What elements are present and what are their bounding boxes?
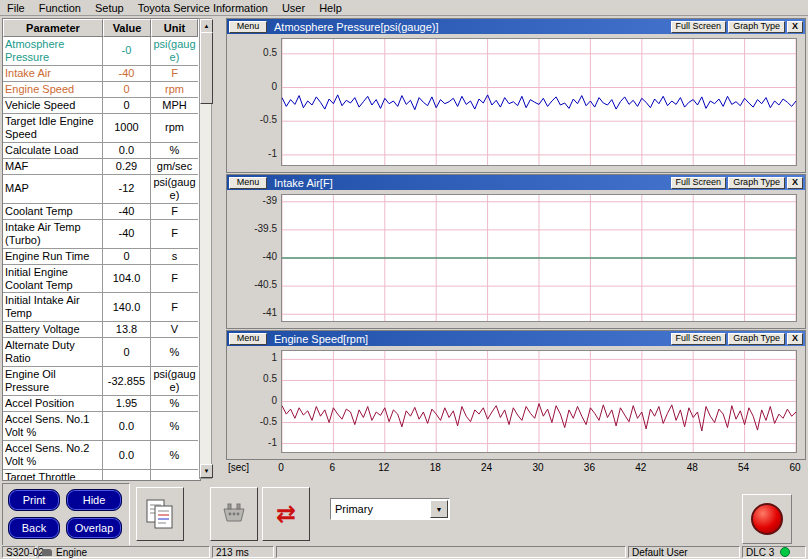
table-row[interactable]: Accel Position1.95%: [3, 396, 200, 412]
scrollbar-thumb[interactable]: [200, 32, 213, 104]
param-cell: Target Throttle Position: [3, 470, 103, 481]
unit-cell: F: [151, 293, 198, 322]
full-screen-button[interactable]: Full Screen: [671, 333, 727, 345]
y-tick-label: -1: [229, 437, 277, 448]
table-body: Atmosphere Pressure-0psi(gauge)Intake Ai…: [3, 37, 200, 481]
chart-title: Engine Speed[rpm]: [274, 333, 670, 345]
swap-view-button[interactable]: ⇄: [262, 487, 310, 541]
scroll-up-button[interactable]: ▲: [200, 19, 213, 33]
table-row[interactable]: Target Throttle Position120%: [3, 470, 200, 481]
param-cell: Battery Voltage: [3, 322, 103, 338]
value-cell: -40: [103, 220, 151, 249]
chart-close-button[interactable]: X: [787, 21, 803, 33]
vehicle-icon: [42, 549, 52, 556]
table-row[interactable]: Coolant Temp-40F: [3, 204, 200, 220]
menu-item-user[interactable]: User: [275, 2, 312, 14]
table-row[interactable]: Initial Engine Coolant Temp104.0F: [3, 265, 200, 294]
dlc-status-icon: [780, 547, 790, 557]
overlap-button[interactable]: Overlap: [66, 517, 122, 539]
y-tick-label: 0.5: [229, 373, 277, 384]
chart-menu-button[interactable]: Menu: [229, 333, 267, 345]
value-cell: 0.0: [103, 412, 151, 441]
scroll-down-button[interactable]: ▼: [200, 464, 213, 478]
table-row[interactable]: Accel Sens. No.2 Volt %0.0%: [3, 441, 200, 470]
table-row[interactable]: Initial Intake Air Temp140.0F: [3, 293, 200, 322]
param-cell: Engine Run Time: [3, 249, 103, 265]
chart-title: Atmosphere Pressure[psi(gauge)]: [274, 21, 670, 33]
parameter-table: Parameter Value Unit Atmosphere Pressure…: [2, 18, 201, 481]
dropdown-arrow-button[interactable]: ▼: [430, 500, 448, 518]
table-header: Parameter Value Unit: [3, 19, 200, 37]
menu-item-help[interactable]: Help: [312, 2, 349, 14]
table-row[interactable]: Intake Air-40F: [3, 66, 200, 82]
primary-dropdown[interactable]: Primary ▼: [330, 498, 450, 520]
table-row[interactable]: Accel Sens. No.1 Volt %0.0%: [3, 412, 200, 441]
x-tick-label: 60: [785, 462, 805, 473]
unit-cell: %: [151, 470, 198, 481]
full-screen-button[interactable]: Full Screen: [671, 21, 727, 33]
table-row[interactable]: Intake Air Temp (Turbo)-40F: [3, 220, 200, 249]
table-row[interactable]: Calculate Load0.0%: [3, 143, 200, 159]
report-list-button[interactable]: [136, 487, 184, 541]
chart-menu-button[interactable]: Menu: [229, 21, 267, 33]
unit-cell: rpm: [151, 82, 198, 98]
table-row[interactable]: MAF0.29gm/sec: [3, 159, 200, 175]
x-tick-label: 48: [682, 462, 702, 473]
value-cell: -12: [103, 175, 151, 204]
back-button[interactable]: Back: [8, 517, 60, 539]
chart-panel-engine-speed: Menu Engine Speed[rpm] Full Screen Graph…: [226, 330, 806, 460]
record-button[interactable]: [751, 503, 783, 535]
unit-cell: MPH: [151, 98, 198, 114]
table-row[interactable]: Battery Voltage13.8V: [3, 322, 200, 338]
table-row[interactable]: Engine Run Time0s: [3, 249, 200, 265]
chart-menu-button[interactable]: Menu: [229, 177, 267, 189]
unit-cell: F: [151, 220, 198, 249]
table-row[interactable]: Engine Speed0rpm: [3, 82, 200, 98]
unit-cell: psi(gauge): [151, 175, 198, 204]
x-tick-label: 42: [631, 462, 651, 473]
menu-item-function[interactable]: Function: [32, 2, 88, 14]
up-arrow-icon: ▲: [204, 23, 210, 29]
dropdown-value: Primary: [331, 503, 430, 515]
param-cell: MAP: [3, 175, 103, 204]
param-cell: Intake Air Temp (Turbo): [3, 220, 103, 249]
graph-type-button[interactable]: Graph Type: [728, 177, 785, 189]
table-row[interactable]: Vehicle Speed0MPH: [3, 98, 200, 114]
connector-button[interactable]: [210, 487, 258, 541]
menu-item-setup[interactable]: Setup: [88, 2, 131, 14]
print-button[interactable]: Print: [8, 489, 60, 511]
chart-close-button[interactable]: X: [787, 177, 803, 189]
chart-plot: [281, 350, 797, 453]
unit-cell: F: [151, 66, 198, 82]
table-row[interactable]: Target Idle Engine Speed1000rpm: [3, 114, 200, 143]
table-row[interactable]: Atmosphere Pressure-0psi(gauge): [3, 37, 200, 66]
chart-close-button[interactable]: X: [787, 333, 803, 345]
value-cell: -40: [103, 66, 151, 82]
unit-cell: rpm: [151, 114, 198, 143]
menu-item-toyota-service-information[interactable]: Toyota Service Information: [131, 2, 275, 14]
chart-panel-atmosphere-pressure: Menu Atmosphere Pressure[psi(gauge)] Ful…: [226, 18, 806, 173]
table-row[interactable]: MAP-12psi(gauge): [3, 175, 200, 204]
full-screen-button[interactable]: Full Screen: [671, 177, 727, 189]
chart-titlebar: Menu Intake Air[F] Full Screen Graph Typ…: [227, 175, 805, 190]
value-cell: 120: [103, 470, 151, 481]
menu-item-file[interactable]: File: [0, 2, 32, 14]
table-row[interactable]: Alternate Duty Ratio0%: [3, 338, 200, 367]
status-system: Engine: [38, 546, 210, 558]
table-scrollbar[interactable]: ▲ ▼: [199, 18, 212, 479]
col-header-value: Value: [103, 19, 151, 37]
hide-button[interactable]: Hide: [66, 489, 122, 511]
value-cell: 140.0: [103, 293, 151, 322]
x-tick-label: 18: [425, 462, 445, 473]
param-cell: Accel Sens. No.1 Volt %: [3, 412, 103, 441]
y-tick-label: -41: [229, 307, 277, 318]
graph-type-button[interactable]: Graph Type: [728, 333, 785, 345]
graph-type-button[interactable]: Graph Type: [728, 21, 785, 33]
x-axis-strip: [sec] 06121824303642485460: [226, 460, 806, 477]
value-cell: 0.0: [103, 143, 151, 159]
col-header-unit: Unit: [151, 19, 198, 37]
y-tick-label: -39: [229, 195, 277, 206]
status-dlc-label: DLC 3: [746, 547, 774, 558]
unit-cell: %: [151, 338, 198, 367]
table-row[interactable]: Engine Oil Pressure-32.855psi(gauge): [3, 367, 200, 396]
